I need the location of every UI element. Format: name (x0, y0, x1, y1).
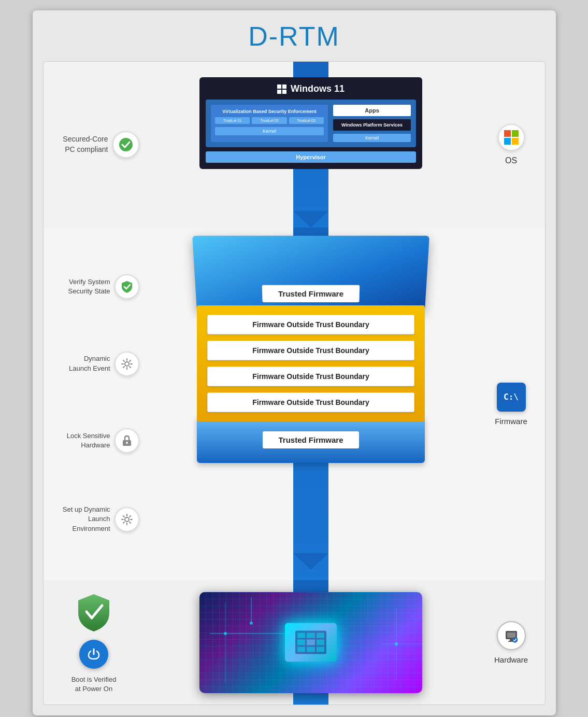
verify-icon-circle (114, 274, 139, 299)
fw-outside-4: Firmware Outside Trust Boundary (207, 392, 414, 412)
vbs-panel: Virtualization Based Security Enforcemen… (211, 105, 328, 142)
lock-label: Lock SensitiveHardware (67, 431, 110, 450)
svg-line-19 (129, 515, 130, 516)
os-left-labels: Secured-Core PC compliant (44, 62, 145, 228)
setup-group: Set up DynamicLaunch Environment (49, 505, 139, 533)
os-arrow-down (293, 211, 328, 228)
platform-label: Windows Platform Services (333, 119, 411, 131)
firmware-right: C:\ Firmware (478, 228, 545, 580)
trusted-fw-bottom: Trusted Firmware (263, 431, 358, 448)
svg-point-12 (125, 517, 129, 522)
firmware-arrow-down (293, 553, 328, 570)
right-panel: Apps Windows Platform Services Kernel (333, 105, 411, 142)
verify-shield-icon (120, 279, 134, 294)
windows-titlebar: Windows 11 (206, 83, 416, 94)
hardware-center (145, 580, 478, 705)
setup-label: Set up DynamicLaunch Environment (49, 505, 110, 533)
dynamic-launch-group: DynamicLaunch Event (69, 352, 139, 376)
boot-label: Boot is Verified at Power On (71, 675, 117, 694)
ms-logo-circle (498, 124, 525, 151)
verify-group: Verify SystemSecurity State (68, 274, 139, 299)
firmware-inner: Verify SystemSecurity State DynamicLaunc… (44, 228, 545, 580)
dynamic-launch-icon-circle (114, 352, 139, 376)
svg-line-20 (123, 522, 124, 523)
trusted-fw-top: Trusted Firmware (262, 285, 360, 302)
hardware-section: Boot is Verified at Power On (43, 580, 546, 705)
hardware-icon-circle (497, 621, 526, 650)
fw-outside-1: Firmware Outside Trust Boundary (207, 315, 414, 334)
windows-inner: Virtualization Based Security Enforcemen… (206, 100, 416, 147)
windows-grid-icon (277, 85, 286, 94)
svg-point-28 (395, 642, 398, 645)
page-container: D-RTM Secured-Core PC compliant (33, 10, 556, 715)
power-icon (87, 647, 101, 662)
check-icon (119, 137, 133, 152)
fw-outside-3: Firmware Outside Trust Boundary (207, 367, 414, 386)
verify-label: Verify SystemSecurity State (68, 277, 110, 296)
svg-point-0 (119, 138, 133, 151)
lock-icon (121, 434, 133, 447)
os-right: OS (478, 62, 545, 228)
svg-line-17 (123, 515, 124, 516)
lock-group: Lock SensitiveHardware (67, 428, 139, 453)
windows-box: Windows 11 Virtualization Based Security… (199, 77, 422, 169)
firmware-section: Verify SystemSecurity State DynamicLaunc… (43, 228, 546, 580)
cmd-icon: C:\ (497, 383, 526, 412)
blue-top-card: Trusted Firmware (192, 236, 429, 311)
hardware-right: Hardware (478, 580, 545, 705)
hardware-shield-icon (504, 628, 519, 643)
os-center: Windows 11 Virtualization Based Security… (145, 62, 478, 228)
os-label-1: Secured-Core PC compliant (63, 134, 108, 154)
kernel-right: Kernel (333, 134, 411, 142)
svg-line-7 (129, 366, 130, 367)
hardware-right-label: Hardware (494, 655, 528, 664)
blue-bottom-card: Trusted Firmware (197, 416, 425, 463)
lock-icon-circle (114, 428, 139, 453)
firmware-right-label: Firmware (495, 417, 527, 426)
svg-line-9 (123, 366, 124, 367)
gear2-icon (120, 513, 134, 526)
page-title: D-RTM (43, 21, 546, 52)
gear-icon (120, 357, 134, 371)
fw-outside-2: Firmware Outside Trust Boundary (207, 341, 414, 360)
dynamic-launch-label: DynamicLaunch Event (69, 354, 110, 373)
svg-point-27 (250, 622, 253, 625)
hypervisor-label: Hypervisor (206, 151, 416, 163)
svg-point-26 (224, 632, 227, 635)
gold-area: Firmware Outside Trust Boundary Firmware… (197, 305, 425, 421)
green-shield-large-icon (75, 591, 112, 634)
apps-label: Apps (333, 105, 411, 116)
trustlet-2: TrustLet 02 (252, 117, 286, 124)
trustlet-3: TrustLet 03 (289, 117, 324, 124)
windows-title: Windows 11 (291, 83, 345, 94)
svg-line-18 (129, 522, 130, 523)
firmware-left-labels: Verify SystemSecurity State DynamicLaunc… (44, 228, 145, 580)
check-circle (112, 131, 139, 158)
kernel-left: Kernel (215, 127, 324, 135)
svg-point-11 (126, 442, 128, 444)
ms-logo (504, 130, 519, 145)
trustlets-row: TrustLet 01 TrustLet 02 TrustLet 03 (215, 117, 324, 124)
svg-line-8 (129, 360, 130, 361)
power-button (79, 640, 108, 669)
trustlet-1: TrustLet 01 (215, 117, 250, 124)
svg-rect-30 (507, 632, 515, 638)
svg-point-1 (125, 362, 129, 366)
vbs-label: Virtualization Based Security Enforcemen… (215, 109, 324, 114)
setup-icon-circle (114, 507, 139, 532)
chip-center (285, 623, 337, 662)
os-section: Secured-Core PC compliant (43, 61, 546, 228)
hardware-inner: Boot is Verified at Power On (44, 580, 545, 705)
os-right-label: OS (505, 156, 517, 165)
svg-line-6 (123, 360, 124, 361)
chip-display (199, 592, 422, 693)
firmware-center: Trusted Firmware Firmware Outside Trust … (145, 228, 478, 580)
chip-core (295, 631, 326, 654)
hardware-left: Boot is Verified at Power On (44, 580, 145, 705)
